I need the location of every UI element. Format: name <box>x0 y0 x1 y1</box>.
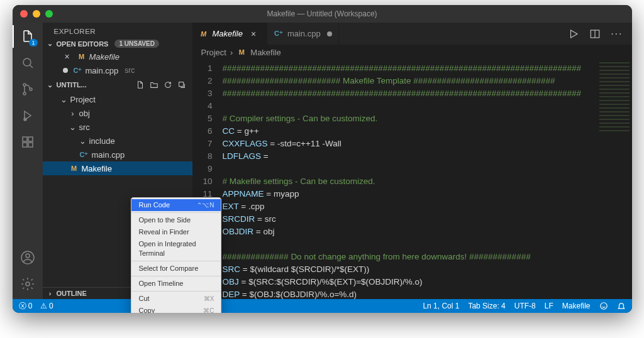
new-file-icon[interactable] <box>135 79 146 90</box>
titlebar: Makefile — Untitled (Workspace) <box>13 5 632 23</box>
ctx-open-timeline[interactable]: Open Timeline <box>131 278 221 290</box>
svg-point-3 <box>23 92 26 95</box>
close-icon[interactable]: × <box>249 30 258 38</box>
open-editor-path: src <box>125 66 135 75</box>
svg-point-11 <box>26 254 30 258</box>
svg-marker-5 <box>25 111 31 120</box>
tab-label: main.cpp <box>287 29 321 38</box>
makefile-icon: M <box>77 52 87 62</box>
ctx-reveal-finder[interactable]: Reveal in Finder <box>131 226 221 238</box>
ctx-open-side[interactable]: Open to the Side <box>131 214 221 226</box>
chevron-right-icon: › <box>69 109 77 118</box>
explorer-icon[interactable]: 1 <box>19 28 36 45</box>
tree-folder[interactable]: ⌄ Project <box>43 92 192 106</box>
code-content[interactable]: ########################################… <box>223 60 632 299</box>
open-editor-item[interactable]: × M Makefile <box>43 50 192 63</box>
breadcrumb-item[interactable]: Project <box>201 48 226 57</box>
chevron-down-icon: ⌄ <box>47 81 54 89</box>
more-actions-icon[interactable]: ··· <box>611 28 623 40</box>
window-title: Makefile — Untitled (Workspace) <box>13 9 632 18</box>
notifications-icon[interactable] <box>617 302 626 310</box>
refresh-icon[interactable] <box>162 79 174 90</box>
makefile-icon: M <box>199 29 209 39</box>
workspace-section[interactable]: ⌄ UNTITL... <box>43 77 192 92</box>
tree-folder[interactable]: › obj <box>43 106 192 120</box>
makefile-icon: M <box>69 163 79 173</box>
folder-label: Project <box>70 95 96 104</box>
open-editors-label: OPEN EDITORS <box>57 40 109 48</box>
tree-file[interactable]: M Makefile <box>43 161 192 175</box>
dirty-indicator <box>63 68 68 73</box>
open-editor-label: main.cpp <box>86 66 119 75</box>
sidebar-title: EXPLORER <box>43 23 192 38</box>
run-icon[interactable] <box>568 28 579 40</box>
svg-rect-10 <box>28 143 33 147</box>
cursor-position[interactable]: Ln 1, Col 1 <box>423 302 459 310</box>
tab-makefile[interactable]: M Makefile × <box>192 23 267 45</box>
explorer-badge: 1 <box>29 39 37 46</box>
chevron-down-icon: ⌄ <box>47 40 54 48</box>
open-editor-label: Makefile <box>89 52 119 62</box>
svg-point-13 <box>26 282 30 286</box>
eol[interactable]: LF <box>545 302 553 310</box>
ctx-open-terminal[interactable]: Open in Integrated Terminal <box>131 238 221 259</box>
source-control-icon[interactable] <box>19 80 36 98</box>
tree-folder[interactable]: ⌄ src <box>43 120 192 134</box>
collapse-all-icon[interactable] <box>176 79 187 90</box>
tab-maincpp[interactable]: C⁺ main.cpp <box>267 23 339 45</box>
chevron-right-icon: › <box>47 290 54 297</box>
close-icon[interactable]: × <box>63 52 72 61</box>
folder-label: include <box>89 136 115 146</box>
code-editor[interactable]: 12345678910111213141516171819 ##########… <box>192 60 632 299</box>
status-bar: ⓧ 0 ⚠ 0 Ln 1, Col 1 Tab Size: 4 UTF-8 LF… <box>13 299 632 313</box>
accounts-icon[interactable] <box>19 249 36 266</box>
minimize-window-button[interactable] <box>33 10 40 18</box>
language-mode[interactable]: Makefile <box>562 302 591 310</box>
svg-rect-7 <box>23 137 27 141</box>
breadcrumb-item[interactable]: Makefile <box>250 48 280 57</box>
open-editor-item[interactable]: C⁺ main.cpp src <box>43 63 192 77</box>
unsaved-badge: 1 UNSAVED <box>114 40 159 48</box>
folder-label: obj <box>79 109 90 118</box>
errors-indicator[interactable]: ⓧ 0 <box>19 301 33 312</box>
svg-point-0 <box>23 58 31 66</box>
workspace-label: UNTITL... <box>57 81 87 89</box>
chevron-right-icon: › <box>230 48 233 57</box>
split-editor-icon[interactable] <box>589 28 601 40</box>
feedback-icon[interactable] <box>599 302 608 310</box>
ctx-cut[interactable]: Cut⌘X <box>131 293 221 305</box>
close-window-button[interactable] <box>20 10 28 18</box>
svg-point-4 <box>30 88 32 90</box>
debug-icon[interactable] <box>19 107 36 124</box>
tree-file[interactable]: C⁺ main.cpp <box>43 148 192 161</box>
extensions-icon[interactable] <box>19 133 36 151</box>
chevron-down-icon: ⌄ <box>69 123 77 132</box>
vscode-window: Makefile — Untitled (Workspace) 1 <box>13 5 632 313</box>
ctx-copy[interactable]: Copy⌘C <box>131 305 221 313</box>
chevron-down-icon: ⌄ <box>60 95 68 104</box>
svg-point-2 <box>23 84 26 86</box>
tab-size[interactable]: Tab Size: 4 <box>468 302 505 310</box>
new-folder-icon[interactable] <box>148 79 160 90</box>
svg-line-1 <box>30 65 33 68</box>
editor-group: M Makefile × C⁺ main.cpp ··· Project › <box>192 23 632 299</box>
ctx-run-code[interactable]: Run Code⌃⌥N <box>131 199 221 211</box>
warnings-indicator[interactable]: ⚠ 0 <box>40 302 53 310</box>
svg-marker-15 <box>571 30 578 38</box>
svg-rect-14 <box>179 82 183 87</box>
open-editors-section[interactable]: ⌄ OPEN EDITORS 1 UNSAVED <box>43 38 192 50</box>
cpp-icon: C⁺ <box>79 150 89 160</box>
tree-folder[interactable]: ⌄ include <box>43 134 192 148</box>
file-label: Makefile <box>82 164 112 173</box>
ctx-select-compare[interactable]: Select for Compare <box>131 263 221 275</box>
context-menu: Run Code⌃⌥N Open to the Side Reveal in F… <box>131 197 221 313</box>
outline-label: OUTLINE <box>57 290 87 297</box>
search-icon[interactable] <box>19 54 36 72</box>
settings-gear-icon[interactable] <box>19 275 36 293</box>
breadcrumbs[interactable]: Project › M Makefile <box>192 45 632 60</box>
dirty-indicator <box>327 31 332 36</box>
zoom-window-button[interactable] <box>45 10 53 18</box>
svg-rect-9 <box>23 143 27 147</box>
encoding[interactable]: UTF-8 <box>514 302 536 310</box>
minimap[interactable] <box>597 60 632 299</box>
